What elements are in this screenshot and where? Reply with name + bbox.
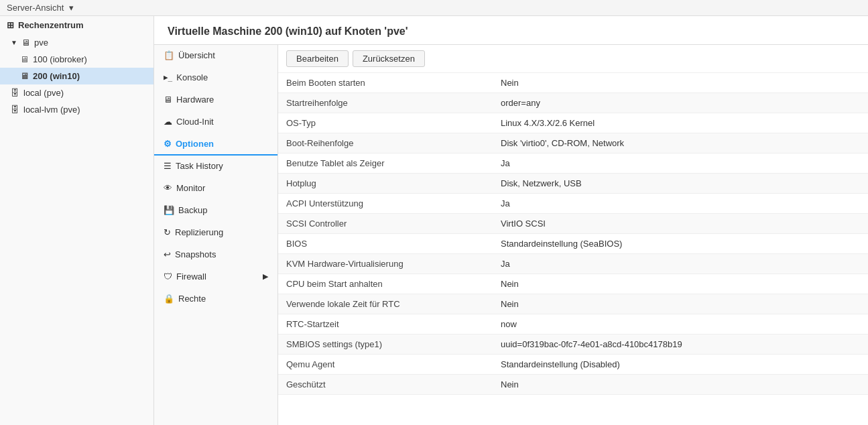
grid-icon: ⊞ — [7, 20, 14, 30]
table-key: ACPI Unterstützung — [278, 194, 493, 214]
sidebar-item-local-lvm[interactable]: 🗄 local-lvm (pve) — [0, 101, 153, 118]
table-row: Qemu AgentStandardeinstellung (Disabled) — [278, 355, 868, 375]
top-header: Server-Ansicht ▾ — [0, 0, 868, 16]
reset-button[interactable]: Zurücksetzen — [353, 50, 425, 67]
local-pve-label: local (pve) — [23, 88, 64, 98]
table-key: Qemu Agent — [278, 355, 493, 375]
table-key: SCSI Controller — [278, 214, 493, 234]
content-panel: Bearbeiten Zurücksetzen Beim Booten star… — [278, 45, 868, 425]
vm-icon-100: 🖥 — [20, 54, 29, 64]
options-table: Beim Booten startenNeinStartreihenfolgeo… — [278, 73, 868, 425]
table-value: Nein — [493, 294, 868, 314]
sub-nav-konsole[interactable]: ▶_ Konsole — [154, 67, 277, 89]
sub-nav-firewall[interactable]: 🛡 Firewall ▶ — [154, 266, 277, 288]
sidebar-item-200[interactable]: 🖥 200 (win10) — [0, 68, 153, 84]
server-icon: 🖥 — [21, 38, 30, 48]
sub-nav-ubersicht[interactable]: 📋 Übersicht — [154, 45, 277, 67]
firewall-arrow-icon: ▶ — [263, 272, 268, 281]
page-title: Virtuelle Maschine 200 (win10) auf Knote… — [154, 16, 868, 45]
table-value: Standardeinstellung (Disabled) — [493, 355, 868, 375]
table-value: Nein — [493, 73, 868, 93]
vm-icon-200: 🖥 — [20, 71, 29, 81]
cloud-icon: ☁ — [164, 117, 172, 127]
console-icon: ▶_ — [164, 73, 172, 82]
monitor-icon: 👁 — [164, 183, 172, 193]
storage-icon-local-lvm: 🗄 — [11, 105, 19, 115]
table-key: Boot-Reihenfolge — [278, 133, 493, 154]
table-value: Ja — [493, 254, 868, 274]
table-key: Verwende lokale Zeit für RTC — [278, 294, 493, 314]
table-row: ACPI UnterstützungJa — [278, 194, 868, 214]
sub-nav-monitor[interactable]: 👁 Monitor — [154, 178, 277, 200]
table-row: CPU beim Start anhaltenNein — [278, 274, 868, 294]
table-row: KVM Hardware-VirtualisierungJa — [278, 254, 868, 274]
table-key: RTC-Startzeit — [278, 314, 493, 335]
table-row: RTC-Startzeitnow — [278, 314, 868, 335]
table-key: KVM Hardware-Virtualisierung — [278, 254, 493, 274]
sub-nav-snapshots[interactable]: ↩ Snapshots — [154, 244, 277, 266]
vm-200-label: 200 (win10) — [33, 71, 80, 81]
dropdown-arrow-icon: ▾ — [69, 3, 74, 13]
table-row: GeschütztNein — [278, 375, 868, 395]
table-key: Benutze Tablet als Zeiger — [278, 154, 493, 174]
table-value: Ja — [493, 154, 868, 174]
server-ansicht-label: Server-Ansicht — [7, 3, 64, 13]
table-row: Verwende lokale Zeit für RTCNein — [278, 294, 868, 314]
sub-nav-task-history[interactable]: ☰ Task History — [154, 156, 277, 178]
snapshot-icon: ↩ — [164, 249, 171, 259]
replicate-icon: ↻ — [164, 227, 171, 237]
table-key: CPU beim Start anhalten — [278, 274, 493, 294]
sub-nav: 📋 Übersicht ▶_ Konsole 🖥 Hardware ☁ Clou… — [154, 45, 278, 425]
table-value: order=any — [493, 93, 868, 113]
table-row: OS-TypLinux 4.X/3.X/2.6 Kernel — [278, 113, 868, 133]
table-value: Linux 4.X/3.X/2.6 Kernel — [493, 113, 868, 133]
sidebar: ⊞ Rechenzentrum ▼ 🖥 pve 🖥 100 (iobroker)… — [0, 16, 154, 425]
vm-100-label: 100 (iobroker) — [33, 54, 87, 64]
rechenzentrum-label: Rechenzentrum — [18, 20, 84, 30]
table-row: SMBIOS settings (type1)uuid=0f319bac-0fc… — [278, 335, 868, 355]
table-key: BIOS — [278, 234, 493, 254]
table-value: Ja — [493, 194, 868, 214]
table-row: Boot-ReihenfolgeDisk 'virtio0', CD-ROM, … — [278, 133, 868, 154]
storage-icon-local: 🗄 — [11, 88, 19, 98]
table-value: VirtIO SCSI — [493, 214, 868, 234]
sidebar-item-pve[interactable]: ▼ 🖥 pve — [0, 34, 153, 51]
overview-icon: 📋 — [164, 50, 174, 60]
table-value: now — [493, 314, 868, 335]
table-value: Standardeinstellung (SeaBIOS) — [493, 234, 868, 254]
table-key: Startreihenfolge — [278, 93, 493, 113]
table-key: Geschützt — [278, 375, 493, 395]
table-value: Disk, Netzwerk, USB — [493, 174, 868, 194]
table-row: BIOSStandardeinstellung (SeaBIOS) — [278, 234, 868, 254]
table-row: SCSI ControllerVirtIO SCSI — [278, 214, 868, 234]
table-value: Nein — [493, 375, 868, 395]
main-content: Virtuelle Maschine 200 (win10) auf Knote… — [154, 16, 868, 425]
table-key: OS-Typ — [278, 113, 493, 133]
task-icon: ☰ — [164, 161, 172, 171]
sidebar-item-100[interactable]: 🖥 100 (iobroker) — [0, 51, 153, 68]
table-key: SMBIOS settings (type1) — [278, 335, 493, 355]
sub-nav-hardware[interactable]: 🖥 Hardware — [154, 89, 277, 111]
rights-icon: 🔒 — [164, 294, 174, 304]
sub-nav-replizierung[interactable]: ↻ Replizierung — [154, 222, 277, 244]
table-row: Startreihenfolgeorder=any — [278, 93, 868, 113]
sub-nav-backup[interactable]: 💾 Backup — [154, 200, 277, 222]
hardware-icon: 🖥 — [164, 95, 172, 105]
local-lvm-label: local-lvm (pve) — [23, 105, 80, 115]
sub-nav-optionen[interactable]: ⚙ Optionen — [154, 133, 277, 156]
table-row: HotplugDisk, Netzwerk, USB — [278, 174, 868, 194]
firewall-icon: 🛡 — [164, 271, 172, 282]
edit-button[interactable]: Bearbeiten — [286, 50, 349, 67]
sidebar-rechenzentrum[interactable]: ⊞ Rechenzentrum — [0, 16, 153, 34]
sub-nav-rechte[interactable]: 🔒 Rechte — [154, 288, 277, 310]
table-key: Beim Booten starten — [278, 73, 493, 93]
triangle-icon: ▼ — [11, 39, 17, 46]
table-row: Benutze Tablet als ZeigerJa — [278, 154, 868, 174]
sub-nav-cloud-init[interactable]: ☁ Cloud-Init — [154, 111, 277, 133]
sidebar-item-local-pve[interactable]: 🗄 local (pve) — [0, 84, 153, 101]
table-value: Disk 'virtio0', CD-ROM, Network — [493, 133, 868, 154]
options-icon: ⚙ — [164, 139, 172, 149]
pve-label: pve — [34, 38, 48, 48]
table-value: Nein — [493, 274, 868, 294]
table-value: uuid=0f319bac-0fc7-4e01-a8cd-410bc4178b1… — [493, 335, 868, 355]
